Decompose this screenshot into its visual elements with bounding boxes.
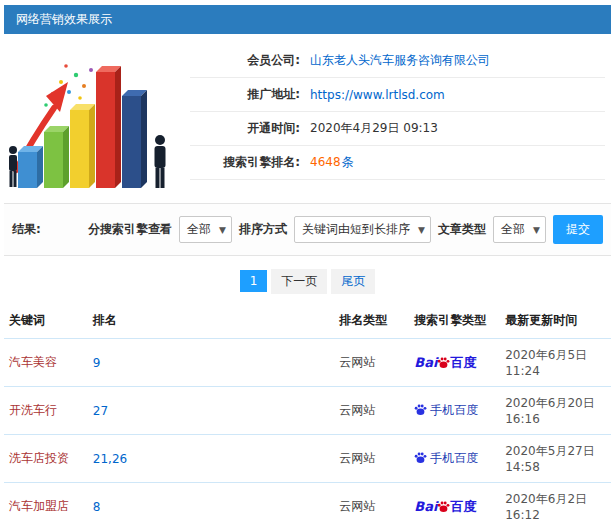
info-panel: 会员公司: 山东老人头汽车服务咨询有限公司 推广地址: https://www.… (4, 34, 611, 199)
keyword-cell: 开洗车行 (4, 387, 88, 435)
rank-cell: 8 (88, 483, 335, 520)
header-update-time: 最新更新时间 (500, 303, 611, 339)
update-time-cell: 2020年6月5日 11:24 (500, 339, 611, 387)
promo-url-row: 推广地址: https://www.lrtlsd.com (190, 78, 605, 112)
result-label: 结果: (12, 221, 41, 238)
article-type-label: 文章类型 (438, 221, 486, 238)
keyword-cell: 汽车美容 (4, 339, 88, 387)
open-time-row: 开通时间: 2020年4月29日 09:13 (190, 112, 605, 146)
filter-bar: 结果: 分搜索引擎查看 全部 ▼ 排序方式 关键词由短到长排序 ▼ 文章类型 全… (4, 203, 611, 256)
chevron-down-icon: ▼ (533, 225, 540, 235)
chevron-down-icon: ▼ (418, 225, 425, 235)
promo-url-label: 推广地址: (190, 86, 300, 103)
rank-link[interactable]: 9 (93, 356, 101, 370)
last-page-button[interactable]: 尾页 (331, 269, 375, 294)
header-rank-type: 排名类型 (334, 303, 409, 339)
baidu-logo: Bai百度 (414, 356, 476, 370)
engine-rank-label: 搜索引擎排名: (190, 154, 300, 171)
engine-rank-row: 搜索引擎排名: 4648条 (190, 146, 605, 180)
baidu-logo: Bai百度 (414, 500, 476, 514)
header-engine-type: 搜索引擎类型 (409, 303, 500, 339)
mobile-baidu-logo: 手机百度 (414, 403, 478, 417)
sort-select-value: 关键词由短到长排序 (302, 222, 410, 236)
header-keyword: 关键词 (4, 303, 88, 339)
rank-type-cell: 云网站 (334, 339, 409, 387)
engine-select-value: 全部 (187, 222, 211, 236)
baidu-paw-icon (437, 356, 450, 369)
person-figure-left (9, 146, 17, 187)
bar-chart-image (6, 42, 184, 192)
company-row: 会员公司: 山东老人头汽车服务咨询有限公司 (190, 44, 605, 78)
rank-count: 4648 (310, 155, 341, 169)
engine-type-cell: Bai百度 (409, 339, 500, 387)
article-type-value: 全部 (501, 222, 525, 236)
mobile-baidu-logo: 手机百度 (414, 451, 478, 465)
rank-link[interactable]: 21,26 (93, 452, 127, 466)
page-title-bar: 网络营销效果展示 (4, 5, 611, 34)
keyword-cell: 洗车店投资 (4, 435, 88, 483)
header-rank: 排名 (88, 303, 335, 339)
rank-type-cell: 云网站 (334, 483, 409, 520)
rank-link[interactable]: 27 (93, 404, 108, 418)
rank-cell: 9 (88, 339, 335, 387)
baidu-paw-icon (414, 403, 427, 416)
company-label: 会员公司: (190, 52, 300, 69)
table-body: 汽车美容 9 云网站 Bai百度 2020年6月5日 11:24 开洗车行 27… (4, 339, 611, 520)
rank-cell: 21,26 (88, 435, 335, 483)
chevron-down-icon: ▼ (219, 225, 226, 235)
table-header: 关键词 排名 排名类型 搜索引擎类型 最新更新时间 (4, 303, 611, 339)
open-time-label: 开通时间: (190, 120, 300, 137)
article-type-select[interactable]: 全部 ▼ (493, 216, 546, 243)
sort-select[interactable]: 关键词由短到长排序 ▼ (294, 216, 431, 243)
engine-type-cell: Bai百度 (409, 483, 500, 520)
page: 网络营销效果展示 (0, 0, 615, 520)
company-link[interactable]: 山东老人头汽车服务咨询有限公司 (310, 52, 490, 69)
update-time-cell: 2020年6月20日 16:16 (500, 387, 611, 435)
page-button-1[interactable]: 1 (240, 270, 268, 292)
rank-type-cell: 云网站 (334, 435, 409, 483)
table-row: 洗车店投资 21,26 云网站 手机百度 2020年5月27日 14:58 (4, 435, 611, 483)
keyword-cell: 汽车加盟店 (4, 483, 88, 520)
update-time-cell: 2020年6月2日 16:12 (500, 483, 611, 520)
rank-unit: 条 (342, 155, 354, 169)
results-table: 关键词 排名 排名类型 搜索引擎类型 最新更新时间 汽车美容 9 云网站 Bai… (4, 303, 611, 520)
submit-button[interactable]: 提交 (553, 215, 603, 244)
pagination: 1下一页尾页 (4, 269, 611, 294)
person-figure-right (155, 135, 166, 188)
engine-select[interactable]: 全部 ▼ (179, 216, 232, 243)
filter-controls: 分搜索引擎查看 全部 ▼ 排序方式 关键词由短到长排序 ▼ 文章类型 全部 ▼ … (88, 215, 603, 244)
promo-url-link[interactable]: https://www.lrtlsd.com (310, 88, 445, 102)
page-title: 网络营销效果展示 (16, 12, 112, 26)
member-info: 会员公司: 山东老人头汽车服务咨询有限公司 推广地址: https://www.… (190, 44, 605, 180)
table-row: 汽车美容 9 云网站 Bai百度 2020年6月5日 11:24 (4, 339, 611, 387)
bar-chart-illustration (6, 42, 186, 195)
bars (18, 66, 147, 188)
engine-rank-value: 4648条 (310, 154, 354, 171)
rank-link[interactable]: 8 (93, 500, 101, 514)
engine-type-cell: 手机百度 (409, 435, 500, 483)
rank-cell: 27 (88, 387, 335, 435)
baidu-paw-icon (414, 451, 427, 464)
table-row: 汽车加盟店 8 云网站 Bai百度 2020年6月2日 16:12 (4, 483, 611, 520)
table-row: 开洗车行 27 云网站 手机百度 2020年6月20日 16:16 (4, 387, 611, 435)
update-time-cell: 2020年5月27日 14:58 (500, 435, 611, 483)
baidu-paw-icon (437, 500, 450, 513)
next-page-button[interactable]: 下一页 (271, 269, 327, 294)
engine-type-cell: 手机百度 (409, 387, 500, 435)
rank-type-cell: 云网站 (334, 387, 409, 435)
engine-filter-label: 分搜索引擎查看 (88, 221, 172, 238)
open-time-value: 2020年4月29日 09:13 (310, 120, 438, 137)
sort-filter-label: 排序方式 (239, 221, 287, 238)
